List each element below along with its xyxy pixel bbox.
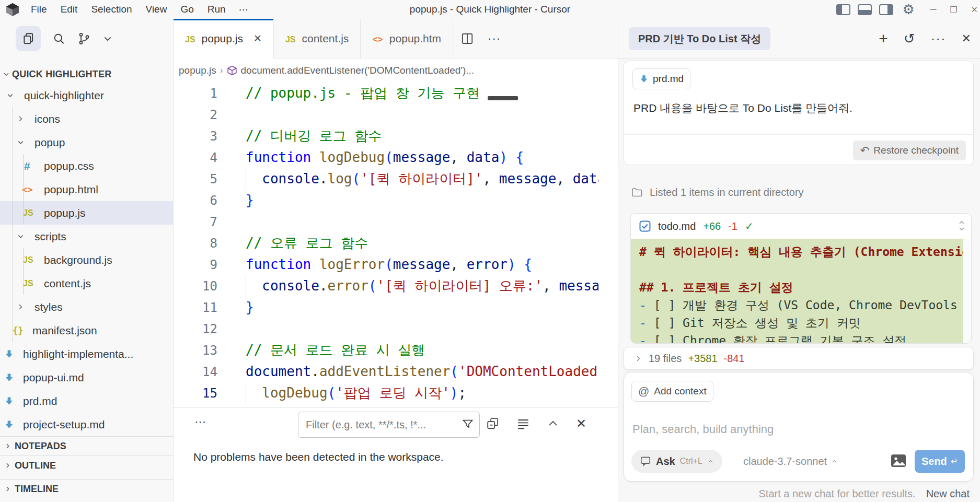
- tree-item-background.js[interactable]: JSbackground.js: [0, 248, 174, 272]
- tree-item-scripts[interactable]: scripts: [0, 225, 174, 248]
- tool-status-text: Listed 1 items in current directory: [650, 186, 804, 199]
- tree-item-icons[interactable]: icons: [0, 107, 174, 131]
- tree-item-project-setup.md[interactable]: project-setup.md: [0, 413, 174, 436]
- tree-item-manifest.json[interactable]: {}manifest.json: [0, 319, 174, 342]
- todo-diff-header[interactable]: todo.md +66 -1 ✓: [631, 214, 972, 239]
- history-icon[interactable]: ↺: [904, 32, 915, 45]
- code-line-9[interactable]: 9function logError(message, error) {: [174, 254, 618, 275]
- toggle-primary-sidebar-icon[interactable]: [836, 4, 850, 15]
- explorer-section-header[interactable]: QUICK HIGHLIGHTER: [0, 66, 174, 83]
- model-selector[interactable]: claude-3.7-sonnet: [743, 450, 838, 473]
- panel-more-icon[interactable]: ⋯: [194, 415, 207, 429]
- minimize-button[interactable]: ─: [930, 5, 936, 14]
- tool-status-row[interactable]: Listed 1 items in current directory: [631, 186, 804, 199]
- mode-selector-ask[interactable]: Ask Ctrl+L: [631, 450, 722, 473]
- code-line-7[interactable]: 7: [174, 211, 618, 232]
- collapse-panel-chevron-icon[interactable]: [547, 417, 559, 430]
- restore-button[interactable]: ❐: [950, 5, 957, 15]
- chat-input-card[interactable]: @ Add context Plan, search, build anythi…: [624, 372, 974, 482]
- sidebar-section-notepads[interactable]: NOTEPADS: [0, 436, 174, 456]
- breadcrumb-symbol[interactable]: document.addEventListener('DOMContentLoa…: [241, 65, 475, 76]
- menu-go[interactable]: Go: [174, 0, 200, 19]
- code-line-8[interactable]: 8// 오류 로그 함수: [174, 232, 618, 254]
- sidebar-section-outline[interactable]: OUTLINE: [0, 456, 174, 475]
- source-control-icon[interactable]: [77, 32, 91, 45]
- code-line-2[interactable]: 2: [174, 104, 618, 125]
- diff-done-check-icon: ✓: [745, 220, 754, 232]
- diff-scrollbar-gutter: [963, 239, 971, 344]
- view-as-list-icon[interactable]: [516, 417, 530, 430]
- tree-item-highlight-implementa...[interactable]: highlight-implementa...: [0, 342, 174, 366]
- restore-checkpoint-button[interactable]: ↶ Restore checkpoint: [853, 141, 966, 160]
- json-file-icon: {}: [13, 325, 23, 336]
- tree-item-styles[interactable]: styles: [0, 295, 174, 319]
- code-line-12[interactable]: 12: [174, 318, 618, 340]
- tree-item-content.js[interactable]: JScontent.js: [0, 272, 174, 295]
- outline-label: OUTLINE: [15, 460, 56, 471]
- code-line-15[interactable]: 15 logDebug('팝업 로딩 시작');: [174, 382, 618, 404]
- tree-item-popup-ui.md[interactable]: popup-ui.md: [0, 366, 174, 389]
- checked-checkbox-icon[interactable]: [639, 220, 651, 232]
- tree-item-popup.css[interactable]: #popup.css: [0, 154, 174, 178]
- markdown-file-icon: [639, 74, 649, 84]
- chat-more-icon[interactable]: ···: [931, 32, 946, 45]
- code-line-5[interactable]: 5 console.log('[퀵 하이라이터]', message, data…: [174, 168, 618, 190]
- menu-selection[interactable]: Selection: [84, 0, 139, 19]
- chevron-down-icon: [3, 71, 10, 78]
- files-removed-count: -841: [724, 353, 745, 365]
- add-context-button[interactable]: @ Add context: [631, 381, 713, 402]
- diff-preview[interactable]: # 퀵 하이라이터: 핵심 내용 추출기 (Chrome Extension)#…: [631, 239, 972, 344]
- problems-filter-input[interactable]: [305, 412, 456, 437]
- menu-file[interactable]: File: [24, 0, 54, 19]
- code-line-4[interactable]: 4function logDebug(message, data) {: [174, 147, 618, 168]
- close-chat-icon[interactable]: ✕: [962, 33, 971, 44]
- code-line-1[interactable]: 1// popup.js - 팝업 창 기능 구현: [174, 83, 618, 104]
- close-window-button[interactable]: ✕: [971, 5, 978, 15]
- editor-more-actions-icon[interactable]: ···: [488, 32, 501, 45]
- expand-collapse-icon[interactable]: [958, 219, 966, 232]
- tree-item-popup.html[interactable]: <>popup.html: [0, 178, 174, 201]
- close-panel-icon[interactable]: ✕: [576, 416, 586, 431]
- code-line-13[interactable]: 13// 문서 로드 완료 시 실행: [174, 340, 618, 361]
- code-line-10[interactable]: 10 console.error('[퀵 하이라이터] 오류:', messag…: [174, 275, 618, 297]
- toggle-panel-icon[interactable]: [858, 4, 872, 15]
- new-chat-plus-icon[interactable]: +: [879, 31, 888, 46]
- code-line-3[interactable]: 3// 디버깅 로그 함수: [174, 125, 618, 147]
- chat-input-placeholder[interactable]: Plan, search, build anything: [632, 423, 774, 436]
- files-changed-summary[interactable]: 19 files +3581 -841: [624, 347, 974, 370]
- tree-item-quick-highlighter[interactable]: quick-highlighter: [0, 84, 174, 107]
- markdown-file-icon: [4, 419, 14, 429]
- new-chat-link[interactable]: New chat: [926, 488, 970, 500]
- group-by-icon[interactable]: [486, 417, 500, 430]
- menu-edit[interactable]: Edit: [54, 0, 85, 19]
- send-button[interactable]: Send ↵: [915, 450, 965, 473]
- menu-overflow-icon[interactable]: ⋯: [233, 4, 256, 16]
- chat-title-tab[interactable]: PRD 기반 To Do List 작성: [629, 27, 770, 50]
- code-line-11[interactable]: 11}: [174, 297, 618, 318]
- settings-gear-icon[interactable]: ⚙: [903, 0, 915, 19]
- breadcrumb[interactable]: popup.js › document.addEventListener('DO…: [174, 59, 618, 83]
- code-editor[interactable]: 1// popup.js - 팝업 창 기능 구현23// 디버깅 로그 함수4…: [174, 83, 618, 438]
- menu-run[interactable]: Run: [201, 0, 233, 19]
- line-number: 5: [174, 172, 217, 186]
- attach-image-icon[interactable]: [891, 454, 906, 468]
- code-line-14[interactable]: 14document.addEventListener('DOMContentL…: [174, 361, 618, 382]
- tree-item-popup[interactable]: popup: [0, 131, 174, 154]
- explorer-icon[interactable]: [16, 26, 41, 51]
- tab-popup.htm[interactable]: <>popup.htm: [361, 19, 453, 59]
- tree-item-prd.md[interactable]: prd.md: [0, 389, 174, 413]
- split-editor-icon[interactable]: [460, 32, 474, 45]
- attachment-chip[interactable]: prd.md: [632, 68, 690, 89]
- tab-content.js[interactable]: JScontent.js: [274, 19, 361, 59]
- menu-view[interactable]: View: [139, 0, 174, 19]
- sidebar-section-timeline[interactable]: TIMELINE: [0, 479, 174, 498]
- tree-item-popup.js[interactable]: JSpopup.js: [0, 201, 174, 225]
- search-icon[interactable]: [52, 32, 66, 45]
- chat-bubble-icon: [640, 456, 651, 467]
- close-tab-icon[interactable]: ✕: [253, 32, 262, 44]
- toggle-secondary-sidebar-icon[interactable]: [879, 4, 893, 15]
- tab-popup.js[interactable]: JSpopup.js✕: [174, 19, 274, 59]
- breadcrumb-file[interactable]: popup.js: [179, 65, 216, 76]
- code-line-6[interactable]: 6}: [174, 190, 618, 211]
- views-chevron-down-icon[interactable]: [102, 33, 113, 44]
